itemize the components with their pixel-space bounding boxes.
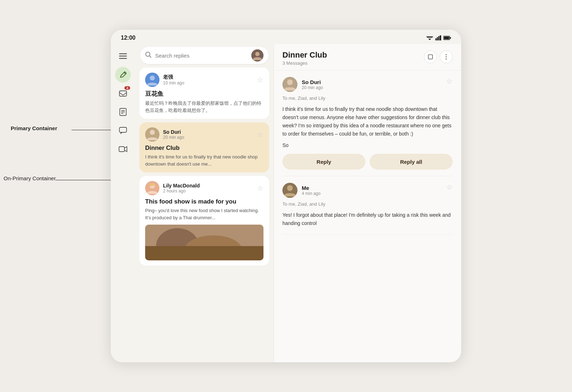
detail-title-group: Dinner Club 3 Messages bbox=[282, 50, 327, 66]
signal-icon bbox=[435, 35, 441, 40]
svg-rect-12 bbox=[119, 58, 127, 59]
email-3-subject: This food show is made for you bbox=[145, 198, 263, 205]
detail-actions bbox=[424, 50, 453, 63]
message-2-body: Yes! I forgot about that place! I'm defi… bbox=[282, 211, 453, 227]
detail-count: 3 Messages bbox=[282, 60, 327, 66]
svg-point-43 bbox=[287, 79, 293, 85]
message-1-signature: So bbox=[282, 142, 453, 148]
svg-rect-10 bbox=[119, 53, 127, 54]
message-1-sender-info: So Duri 20 min ago bbox=[302, 79, 323, 90]
detail-header: Dinner Club 3 Messages bbox=[274, 44, 461, 70]
wifi-icon bbox=[426, 35, 433, 40]
svg-rect-4 bbox=[437, 37, 438, 40]
email-list: 老强 10 min ago ☆ 豆花鱼 最近忙吗？昨晚我去了你最爱的那家饭馆，点… bbox=[135, 68, 273, 362]
sidebar-inbox-button[interactable]: 4 bbox=[115, 85, 131, 101]
compose-button[interactable] bbox=[115, 67, 131, 83]
svg-line-22 bbox=[149, 56, 151, 58]
email-1-sender-name: 老强 bbox=[163, 74, 184, 80]
svg-rect-19 bbox=[119, 127, 127, 132]
label-primary-container: Primary Container bbox=[11, 125, 57, 131]
message-item-2: Me 4 min ago ☆ To me, Ziad, and Lily Yes… bbox=[282, 176, 453, 234]
email-1-star-button[interactable]: ☆ bbox=[257, 75, 263, 84]
search-icon bbox=[145, 52, 152, 60]
email-card-1[interactable]: 老强 10 min ago ☆ 豆花鱼 最近忙吗？昨晚我去了你最爱的那家饭馆，点… bbox=[139, 68, 269, 119]
email-3-sender-info: Lily MacDonald 2 hours ago bbox=[163, 183, 200, 193]
message-1-sender-row: So Duri 20 min ago bbox=[282, 77, 323, 92]
svg-rect-38 bbox=[428, 55, 433, 59]
svg-point-26 bbox=[150, 75, 155, 80]
status-time: 12:00 bbox=[121, 35, 135, 41]
sidebar-notes-button[interactable] bbox=[115, 104, 131, 120]
message-1-body: I think it's time for us to finally try … bbox=[282, 105, 453, 138]
message-2-to: To me, Ziad, and Lily bbox=[282, 201, 453, 207]
email-2-star-button[interactable]: ☆ bbox=[257, 130, 263, 139]
svg-point-45 bbox=[287, 185, 293, 191]
label-on-primary-container: On-Primary Container bbox=[4, 175, 56, 181]
detail-title: Dinner Club bbox=[282, 50, 327, 60]
message-1-time: 20 min ago bbox=[302, 85, 323, 90]
email-3-thumbnail bbox=[145, 225, 263, 260]
status-bar: 12:00 bbox=[111, 30, 461, 44]
email-3-sender-row: Lily MacDonald 2 hours ago bbox=[145, 181, 200, 195]
sidebar-menu-button[interactable] bbox=[115, 48, 131, 64]
message-1-to: To me, Ziad, and Lily bbox=[282, 95, 453, 101]
message-2-header: Me 4 min ago ☆ bbox=[282, 183, 453, 198]
svg-point-24 bbox=[255, 52, 260, 56]
email-2-sender-info: So Duri 20 min ago bbox=[163, 129, 184, 140]
message-1-avatar bbox=[282, 77, 297, 92]
email-2-avatar bbox=[145, 127, 159, 142]
sidebar-video-button[interactable] bbox=[115, 141, 131, 157]
expand-button[interactable] bbox=[424, 50, 437, 63]
message-1-star-button[interactable]: ☆ bbox=[446, 77, 453, 85]
email-card-2[interactable]: So Duri 20 min ago ☆ Dinner Club I think… bbox=[139, 122, 269, 172]
message-2-time: 4 min ago bbox=[302, 191, 321, 196]
email-3-preview: Ping– you'd love this new food show I st… bbox=[145, 207, 263, 221]
email-3-avatar bbox=[145, 181, 159, 195]
search-input[interactable] bbox=[155, 53, 248, 59]
svg-rect-37 bbox=[145, 246, 263, 260]
message-2-sender-row: Me 4 min ago bbox=[282, 183, 321, 198]
phone-frame: 12:00 bbox=[111, 30, 461, 362]
status-icons bbox=[426, 35, 451, 40]
reply-all-button[interactable]: Reply all bbox=[370, 154, 453, 170]
search-bar bbox=[140, 47, 268, 64]
email-1-avatar bbox=[145, 73, 159, 87]
email-list-panel: 老强 10 min ago ☆ 豆花鱼 最近忙吗？昨晚我去了你最爱的那家饭馆，点… bbox=[135, 44, 274, 362]
email-card-3-header: Lily MacDonald 2 hours ago ☆ bbox=[145, 181, 263, 195]
detail-messages: So Duri 20 min ago ☆ To me, Ziad, and Li… bbox=[274, 70, 461, 362]
email-1-sender-info: 老强 10 min ago bbox=[163, 74, 184, 85]
svg-point-33 bbox=[151, 183, 153, 186]
email-2-subject: Dinner Club bbox=[145, 144, 263, 152]
svg-rect-5 bbox=[438, 36, 439, 40]
page-wrapper: Primary Container On-Primary Container 1… bbox=[0, 0, 572, 392]
message-1-sender-name: So Duri bbox=[302, 79, 323, 85]
email-1-subject: 豆花鱼 bbox=[145, 90, 263, 98]
svg-rect-8 bbox=[450, 37, 451, 39]
svg-point-39 bbox=[446, 54, 447, 55]
sidebar-chat-button[interactable] bbox=[115, 123, 131, 138]
svg-rect-3 bbox=[435, 38, 437, 40]
reply-buttons: Reply Reply all bbox=[282, 154, 453, 170]
more-button[interactable] bbox=[440, 50, 453, 63]
svg-rect-20 bbox=[119, 147, 124, 152]
svg-rect-6 bbox=[440, 35, 441, 40]
reply-button[interactable]: Reply bbox=[282, 154, 365, 170]
detail-panel: Dinner Club 3 Messages bbox=[274, 44, 461, 362]
inbox-badge: 4 bbox=[124, 86, 130, 90]
email-2-preview: I think it's time for us to finally try … bbox=[145, 153, 263, 167]
svg-rect-9 bbox=[444, 37, 449, 39]
svg-point-40 bbox=[446, 57, 447, 58]
sidebar: 4 bbox=[111, 44, 135, 362]
email-3-star-button[interactable]: ☆ bbox=[257, 184, 263, 192]
email-card-1-header: 老强 10 min ago ☆ bbox=[145, 73, 263, 87]
message-2-avatar bbox=[282, 183, 297, 198]
svg-marker-2 bbox=[428, 39, 431, 40]
message-2-star-button[interactable]: ☆ bbox=[446, 183, 453, 191]
email-card-3[interactable]: Lily MacDonald 2 hours ago ☆ This food s… bbox=[139, 176, 269, 265]
email-3-sender-time: 2 hours ago bbox=[163, 188, 200, 193]
message-1-header: So Duri 20 min ago ☆ bbox=[282, 77, 453, 92]
svg-point-41 bbox=[446, 59, 447, 60]
svg-rect-11 bbox=[119, 56, 127, 57]
battery-icon bbox=[443, 36, 451, 40]
message-2-sender-info: Me 4 min ago bbox=[302, 185, 321, 196]
